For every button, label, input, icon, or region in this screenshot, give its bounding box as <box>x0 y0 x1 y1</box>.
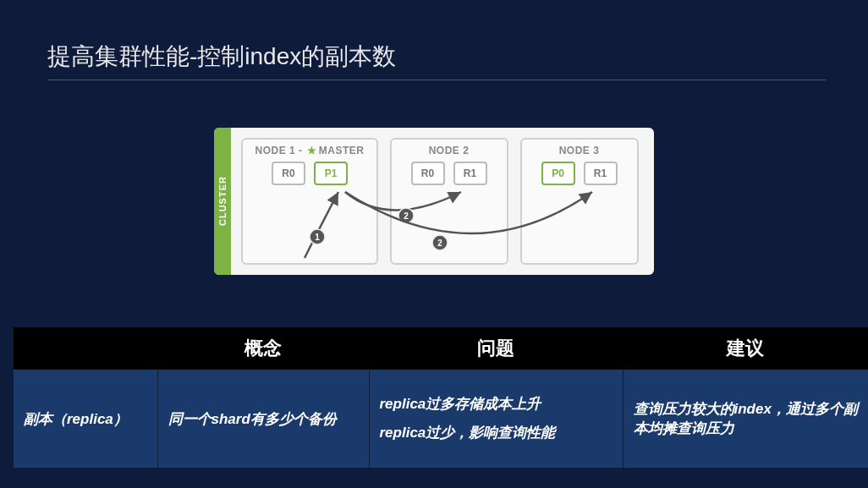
shard-r0-n2: R0 <box>411 162 445 185</box>
shard-p0-n3: P0 <box>541 162 575 185</box>
nodes-row: NODE 1 - ★MASTER R0 P1 NODE 2 R0 R1 NODE… <box>231 128 653 275</box>
node-3-title: NODE 3 <box>534 145 625 156</box>
cluster-label: CLUSTER <box>214 128 231 275</box>
th-empty <box>14 327 157 370</box>
th-concept: 概念 <box>157 327 369 370</box>
info-table: 概念 问题 建议 副本（replica） 同一个shard有多少个备份 repl… <box>14 327 868 468</box>
shard-r1-n2: R1 <box>453 162 487 185</box>
node-1-shards: R0 P1 <box>255 162 364 185</box>
th-suggestion: 建议 <box>623 327 868 370</box>
table-row: 副本（replica） 同一个shard有多少个备份 replica过多存储成本… <box>14 370 868 468</box>
node-3: NODE 3 P0 R1 <box>520 138 639 265</box>
node-1: NODE 1 - ★MASTER R0 P1 <box>241 138 377 265</box>
problem-line-2: replica过少，影响查询性能 <box>380 419 613 447</box>
cell-concept: 同一个shard有多少个备份 <box>157 370 369 468</box>
shard-r1-n3: R1 <box>584 162 618 185</box>
node-3-shards: P0 R1 <box>534 162 625 185</box>
node-2-shards: R0 R1 <box>404 162 495 185</box>
cluster-box: CLUSTER NODE 1 - ★MASTER R0 P1 NODE 2 R0… <box>214 128 653 275</box>
th-problem: 问题 <box>369 327 623 370</box>
cell-term: 副本（replica） <box>14 370 157 468</box>
master-star-icon: ★ <box>307 145 317 156</box>
info-table-wrap: 概念 问题 建议 副本（replica） 同一个shard有多少个备份 repl… <box>14 327 868 468</box>
node-2-title: NODE 2 <box>404 145 495 156</box>
slide-title: 提高集群性能-控制index的副本数 <box>0 0 868 80</box>
node-1-title: NODE 1 - ★MASTER <box>255 145 364 156</box>
shard-r0-n1: R0 <box>272 162 305 185</box>
table-header-row: 概念 问题 建议 <box>14 327 868 370</box>
node-1-name: NODE 1 - <box>255 145 305 156</box>
cluster-diagram: CLUSTER NODE 1 - ★MASTER R0 P1 NODE 2 R0… <box>0 80 868 275</box>
shard-p1-n1: P1 <box>314 162 348 185</box>
node-2: NODE 2 R0 R1 <box>390 138 508 265</box>
problem-line-1: replica过多存储成本上升 <box>380 390 613 419</box>
node-1-master: MASTER <box>319 145 365 156</box>
cell-problem: replica过多存储成本上升 replica过少，影响查询性能 <box>369 370 623 468</box>
cell-suggestion: 查询压力较大的index，通过多个副本均摊查询压力 <box>623 370 868 468</box>
